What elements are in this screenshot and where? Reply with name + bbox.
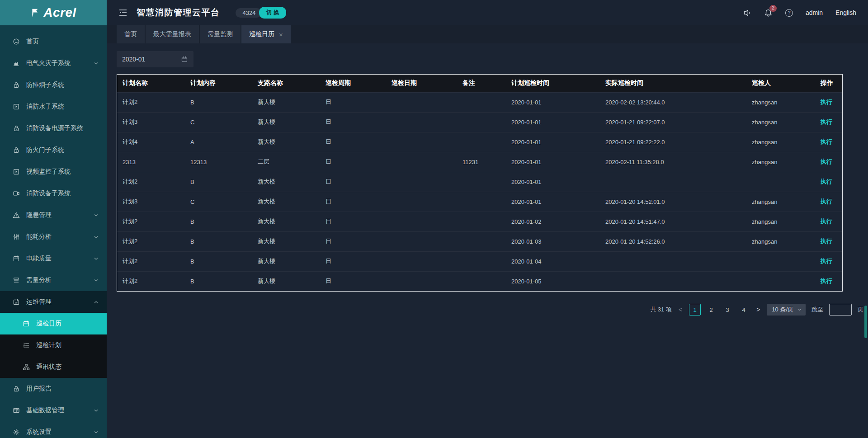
sidebar-item-label: 需量分析 bbox=[26, 276, 52, 284]
tab[interactable]: 需量监测 bbox=[200, 25, 241, 43]
table-cell: 计划2 bbox=[117, 231, 185, 251]
sidebar-item[interactable]: 隐患管理 bbox=[0, 204, 107, 226]
close-icon[interactable]: × bbox=[279, 31, 283, 38]
acrel-logo[interactable]: Acrel bbox=[0, 0, 107, 25]
sidebar-item[interactable]: 需量分析 bbox=[0, 269, 107, 291]
table-cell: 2020-01-01 bbox=[506, 152, 600, 172]
chevron-down-icon bbox=[94, 430, 99, 435]
table-cell: 执行 bbox=[815, 132, 842, 152]
column-header: 巡检日期 bbox=[386, 75, 457, 92]
page-number[interactable]: 1 bbox=[689, 304, 701, 316]
table-cell bbox=[386, 212, 457, 231]
project-switcher: 4324 切 换 bbox=[236, 7, 287, 19]
chevron-down-icon bbox=[94, 408, 99, 413]
table-cell: 计划2 bbox=[117, 251, 185, 271]
table-cell: 2020-01-01 bbox=[506, 112, 600, 132]
table-cell bbox=[457, 172, 506, 192]
sidebar-item[interactable]: 基础数据管理 bbox=[0, 400, 107, 421]
column-header: 实际巡检时间 bbox=[600, 75, 746, 92]
ordered-list-icon bbox=[23, 342, 30, 349]
jump-page-input[interactable] bbox=[829, 304, 852, 316]
table-cell: C bbox=[185, 192, 252, 212]
column-header: 备注 bbox=[457, 75, 506, 92]
sidebar-item[interactable]: 电能质量 bbox=[0, 248, 107, 269]
month-picker[interactable]: 2020-01 bbox=[117, 51, 193, 67]
column-header: 计划内容 bbox=[185, 75, 252, 92]
prev-page-button[interactable]: < bbox=[678, 306, 683, 313]
page-number[interactable]: 4 bbox=[738, 304, 750, 316]
rows-icon bbox=[13, 277, 20, 284]
table-cell: 新大楼 bbox=[252, 92, 320, 112]
sidebar-item[interactable]: 电气火灾子系统 bbox=[0, 52, 107, 74]
table-cell: B bbox=[185, 92, 252, 112]
table-cell: 2020-02-11 11:35:28.0 bbox=[600, 152, 746, 172]
inspection-table: 计划名称计划内容支路名称巡检周期巡检日期备注计划巡检时间实际巡检时间巡检人操作 … bbox=[117, 74, 843, 292]
calendar-icon bbox=[181, 56, 188, 63]
help-icon[interactable]: ? bbox=[785, 9, 793, 17]
table-cell: 计划3 bbox=[117, 112, 185, 132]
execute-link[interactable]: 执行 bbox=[821, 158, 832, 165]
table-cell: 日 bbox=[320, 112, 386, 132]
execute-link[interactable]: 执行 bbox=[821, 138, 832, 145]
sidebar-subitem[interactable]: 巡检日历 bbox=[0, 313, 107, 334]
sidebar-subitem[interactable]: 通讯状态 bbox=[0, 356, 107, 378]
execute-link[interactable]: 执行 bbox=[821, 238, 832, 245]
table-row: 计划2B新大楼日2020-01-022020-01-20 14:51:47.0z… bbox=[117, 212, 842, 231]
language-toggle[interactable]: English bbox=[835, 9, 856, 16]
sidebar-item[interactable]: 系统设置 bbox=[0, 421, 107, 438]
sidebar-item[interactable]: 防排烟子系统 bbox=[0, 74, 107, 96]
execute-link[interactable]: 执行 bbox=[821, 218, 832, 225]
execute-link[interactable]: 执行 bbox=[821, 198, 832, 205]
speaker-icon[interactable] bbox=[743, 9, 751, 17]
table-cell: zhangsan bbox=[746, 112, 815, 132]
table-cell: 2020-01-20 14:51:47.0 bbox=[600, 212, 746, 231]
sidebar-item[interactable]: 消防设备子系统 bbox=[0, 183, 107, 204]
id-card-icon bbox=[13, 407, 20, 414]
page-number[interactable]: 3 bbox=[722, 304, 733, 316]
tab[interactable]: 最大需量报表 bbox=[146, 25, 199, 43]
execute-link[interactable]: 执行 bbox=[821, 178, 832, 185]
sidebar-item[interactable]: 防火门子系统 bbox=[0, 139, 107, 161]
sidebar-item[interactable]: 能耗分析 bbox=[0, 226, 107, 248]
execute-link[interactable]: 执行 bbox=[821, 99, 832, 105]
menu-fold-icon[interactable] bbox=[118, 8, 127, 17]
table-cell: 2020-01-02 bbox=[506, 212, 600, 231]
table-cell: 日 bbox=[320, 212, 386, 231]
table-cell: zhangsan bbox=[746, 192, 815, 212]
topbar: Acrel 智慧消防管理云平台 4324 切 换 2 ? admin Engli… bbox=[0, 0, 868, 25]
sidebar-item[interactable]: 消防水子系统 bbox=[0, 96, 107, 118]
tab[interactable]: 首页 bbox=[117, 25, 145, 43]
notification-count-badge: 2 bbox=[769, 5, 777, 12]
pagination: 共 31 项 < 1234 > 10 条/页 跳至 页 bbox=[117, 304, 863, 316]
sidebar-item-label: 首页 bbox=[26, 38, 39, 46]
tab[interactable]: 巡检日历× bbox=[241, 25, 291, 43]
sidebar-item[interactable]: 首页 bbox=[0, 31, 107, 52]
scrollbar-thumb[interactable] bbox=[864, 306, 867, 338]
table-cell: A bbox=[185, 132, 252, 152]
sidebar-item[interactable]: 运维管理 bbox=[0, 291, 107, 313]
execute-link[interactable]: 执行 bbox=[821, 258, 832, 264]
table-cell: 2020-01-21 09:22:07.0 bbox=[600, 112, 746, 132]
table-cell: 2020-01-01 bbox=[506, 192, 600, 212]
column-header: 巡检人 bbox=[746, 75, 815, 92]
switch-button[interactable]: 切 换 bbox=[259, 7, 286, 19]
sidebar-subitem[interactable]: 巡检计划 bbox=[0, 334, 107, 356]
user-menu[interactable]: admin bbox=[806, 9, 823, 16]
execute-link[interactable]: 执行 bbox=[821, 118, 832, 125]
page-number[interactable]: 2 bbox=[705, 304, 717, 316]
table-cell: 新大楼 bbox=[252, 271, 320, 291]
jump-suffix-label: 页 bbox=[858, 306, 863, 314]
execute-link[interactable]: 执行 bbox=[821, 278, 832, 284]
next-page-button[interactable]: > bbox=[755, 306, 761, 313]
page-size-select[interactable]: 10 条/页 bbox=[767, 304, 806, 316]
table-cell bbox=[457, 112, 506, 132]
body-row: 首页电气火灾子系统防排烟子系统消防水子系统消防设备电源子系统防火门子系统视频监控… bbox=[0, 25, 868, 438]
table-cell bbox=[386, 251, 457, 271]
table-cell bbox=[457, 92, 506, 112]
table-row: 计划2B新大楼日2020-01-01执行 bbox=[117, 172, 842, 192]
sidebar-item[interactable]: 用户报告 bbox=[0, 378, 107, 400]
sidebar-item[interactable]: 消防设备电源子系统 bbox=[0, 118, 107, 139]
sidebar-item[interactable]: 视频监控子系统 bbox=[0, 161, 107, 183]
inspection-calendar-page: 2020-01 计划名称计划内容支路名称巡检周期巡检日期备注计划巡检时间实际巡检… bbox=[107, 43, 868, 438]
notifications-bell[interactable]: 2 bbox=[764, 9, 773, 17]
